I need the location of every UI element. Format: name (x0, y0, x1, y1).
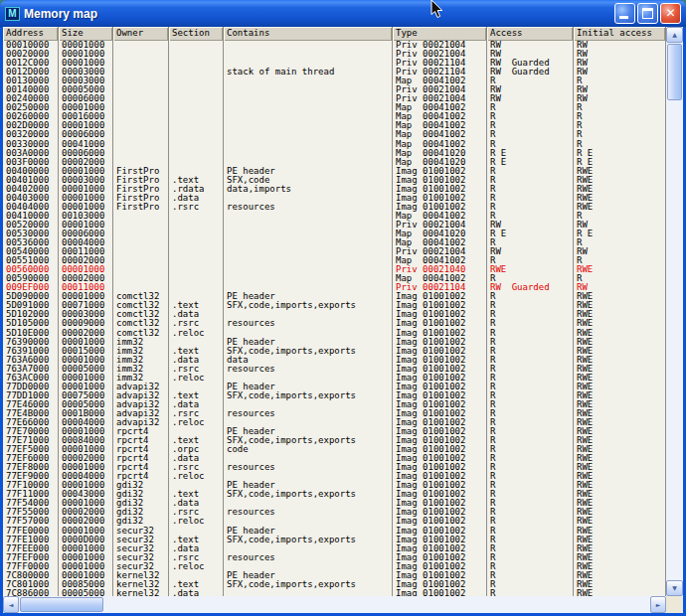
table-row[interactable]: 76390000 00001000 imm32 PE header Imag 0… (3, 338, 666, 347)
horizontal-scrollbar[interactable]: ◄ ► (3, 596, 666, 613)
table-row[interactable]: 77EF6000 00002000 rpcrt4 .data Imag 0100… (3, 454, 666, 463)
table-row[interactable]: 00520000 00001000 Priv 00021004 RW RW (3, 221, 666, 230)
scroll-right-button[interactable]: ► (650, 596, 666, 613)
table-row[interactable]: 5D091000 00071000 comctl32 .text SFX,cod… (3, 301, 666, 310)
column-header-contains[interactable]: Contains (224, 27, 393, 41)
table-row[interactable]: 00140000 00005000 Priv 00021004 RW RW (3, 85, 666, 94)
table-row[interactable]: 00401000 00003000 FirstPro .text SFX,cod… (3, 176, 666, 185)
vertical-scrollbar[interactable]: ▲ ▼ (666, 27, 683, 596)
table-row[interactable]: 5D102000 00003000 comctl32 .data Imag 01… (3, 310, 666, 319)
table-row[interactable]: 00536000 00004000 Map 00041002 R R (3, 238, 666, 247)
cell-owner: imm32 (113, 374, 169, 383)
table-row[interactable]: 7C801000 00085000 kernel32 .text SFX,cod… (3, 580, 666, 589)
table-row[interactable]: 00560000 00001000 Priv 00021040 RWE RWE (3, 265, 666, 274)
table-row[interactable]: 763A7000 00005000 imm32 .rsrc resources … (3, 365, 666, 374)
table-row[interactable]: 77E46000 00005000 advapi32 .data Imag 01… (3, 400, 666, 409)
table-row[interactable]: 00250000 00001000 Map 00041002 R R (3, 103, 666, 112)
table-row[interactable]: 003F0000 00002000 Map 00041020 R E R E (3, 158, 666, 167)
table-row[interactable]: 77F11000 00043000 gdi32 .text SFX,code,i… (3, 490, 666, 499)
table-row[interactable]: 77F10000 00001000 gdi32 PE header Imag 0… (3, 481, 666, 490)
table-row[interactable]: 77FE0000 00001000 secur32 PE header Imag… (3, 527, 666, 536)
table-row[interactable]: 002D0000 00001000 Map 00041002 R R (3, 121, 666, 130)
table-row[interactable]: 00400000 00001000 FirstPro PE header Ima… (3, 167, 666, 176)
table-row[interactable]: 763A6000 00001000 imm32 .data data Imag … (3, 356, 666, 365)
table-row[interactable]: 77E71000 00084000 rpcrt4 .text SFX,code,… (3, 436, 666, 445)
table-row[interactable]: 5D105000 00009000 comctl32 .rsrc resourc… (3, 319, 666, 328)
column-header-initial-access[interactable]: Initial access (574, 27, 666, 41)
cell-access: R (487, 329, 574, 338)
table-row[interactable]: 009EF000 00011000 Priv 00021104 RW Guard… (3, 283, 666, 292)
table-row[interactable]: 00410000 00103000 Map 00041002 R R (3, 212, 666, 221)
cell-type: Imag 01001002 (393, 508, 487, 517)
table-row[interactable]: 77FF0000 00001000 secur32 .reloc Imag 01… (3, 562, 666, 571)
table-row[interactable]: 7C886000 00005000 kernel32 .data Imag 01… (3, 589, 666, 596)
scroll-down-button[interactable]: ▼ (666, 580, 683, 596)
table-row[interactable]: 77F54000 00001000 gdi32 .data Imag 01001… (3, 499, 666, 508)
table-row[interactable]: 77E4B000 0001B000 advapi32 .rsrc resourc… (3, 409, 666, 418)
table-row[interactable]: 00403000 00001000 FirstPro .data Imag 01… (3, 194, 666, 203)
table-row[interactable]: 00130000 00003000 Map 00041002 R R (3, 77, 666, 85)
table-row[interactable]: 77F57000 00002000 gdi32 .reloc Imag 0100… (3, 517, 666, 526)
table-row[interactable]: 00020000 00001000 Priv 00021004 RW RW (3, 50, 666, 59)
cell-initial-access: R (574, 140, 666, 149)
maximize-button[interactable] (637, 3, 658, 24)
table-row[interactable]: 77EF5000 00001000 rpcrt4 .orpc code Imag… (3, 445, 666, 454)
cell-contains: resources (224, 463, 393, 472)
table-row[interactable]: 77FE1000 0000D000 secur32 .text SFX,code… (3, 536, 666, 544)
close-button[interactable]: ✕ (660, 3, 681, 24)
column-header-access[interactable]: Access (487, 27, 574, 41)
scroll-up-button[interactable]: ▲ (666, 27, 683, 43)
cell-address: 5D102000 (3, 310, 59, 319)
cell-initial-access: RW (574, 41, 666, 50)
table-row[interactable]: 0012D000 00003000 stack of main thread P… (3, 68, 666, 77)
scroll-left-button[interactable]: ◄ (3, 596, 19, 613)
table-row[interactable]: 77FEE000 00001000 secur32 .data Imag 010… (3, 544, 666, 553)
table-row[interactable]: 00404000 00001000 FirstPro .rsrc resourc… (3, 203, 666, 212)
horizontal-scroll-thumb[interactable] (20, 597, 103, 612)
table-row[interactable]: 0012C000 00001000 Priv 00021104 RW Guard… (3, 59, 666, 68)
column-header-address[interactable]: Address (3, 27, 59, 41)
cell-access: R (487, 356, 574, 365)
cell-owner: secur32 (113, 544, 169, 553)
table-row[interactable]: 00530000 00006000 Map 00041020 R E R E (3, 230, 666, 238)
column-header-type[interactable]: Type (393, 27, 487, 41)
cell-section: .data (169, 356, 224, 365)
cell-type: Imag 01001002 (393, 176, 487, 185)
cell-address: 77E71000 (3, 436, 59, 445)
table-row[interactable]: 00590000 00002000 Map 00041002 R R (3, 274, 666, 283)
table-row[interactable]: 7C800000 00001000 kernel32 PE header Ima… (3, 571, 666, 580)
vertical-scroll-track[interactable] (666, 43, 683, 580)
table-row[interactable]: 77DD0000 00001000 advapi32 PE header Ima… (3, 383, 666, 391)
table-row[interactable]: 00320000 00006000 Map 00041002 R R (3, 130, 666, 139)
titlebar[interactable]: M Memory map ✕ (0, 0, 686, 27)
table-row[interactable]: 00260000 00016000 Map 00041002 R R (3, 112, 666, 121)
column-header-section[interactable]: Section (169, 27, 224, 41)
minimize-button[interactable] (614, 3, 635, 24)
table-row[interactable]: 5D10E000 00002000 comctl32 .reloc Imag 0… (3, 329, 666, 338)
table-row[interactable]: 00240000 00006000 Priv 00021004 RW RW (3, 94, 666, 103)
cell-address: 00540000 (3, 247, 59, 256)
horizontal-scroll-track[interactable] (19, 596, 650, 613)
column-header-size[interactable]: Size (59, 27, 113, 41)
cell-owner: advapi32 (113, 383, 169, 391)
table-row[interactable]: 77DD1000 00075000 advapi32 .text SFX,cod… (3, 391, 666, 400)
table-row[interactable]: 77E70000 00001000 rpcrt4 PE header Imag … (3, 427, 666, 436)
cell-section (169, 230, 224, 238)
table-row[interactable]: 77EF8000 00001000 rpcrt4 .rsrc resources… (3, 463, 666, 472)
table-row[interactable]: 00402000 00001000 FirstPro .rdata data,i… (3, 185, 666, 194)
table-row[interactable]: 77EF9000 00004000 rpcrt4 .reloc Imag 010… (3, 472, 666, 481)
table-row[interactable]: 77F55000 00002000 gdi32 .rsrc resources … (3, 508, 666, 517)
table-row[interactable]: 76391000 00015000 imm32 .text SFX,code,i… (3, 347, 666, 356)
column-header-owner[interactable]: Owner (113, 27, 169, 41)
table-row[interactable]: 003A0000 00006000 Map 00041020 R E R E (3, 149, 666, 158)
table-row[interactable]: 00551000 00002000 Map 00041002 R R (3, 256, 666, 265)
table-row[interactable]: 00330000 00041000 Map 00041002 R R (3, 140, 666, 149)
table-row[interactable]: 5D090000 00001000 comctl32 PE header Ima… (3, 292, 666, 301)
table-row[interactable]: 763AC000 00001000 imm32 .reloc Imag 0100… (3, 374, 666, 383)
table-row[interactable]: 00010000 00001000 Priv 00021004 RW RW (3, 41, 666, 50)
cell-access: R (487, 383, 574, 391)
vertical-scroll-thumb[interactable] (667, 44, 682, 100)
table-row[interactable]: 77FEF000 00001000 secur32 .rsrc resource… (3, 553, 666, 562)
table-row[interactable]: 77E66000 00004000 advapi32 .reloc Imag 0… (3, 418, 666, 427)
table-row[interactable]: 00540000 00011000 Priv 00021004 RW RW (3, 247, 666, 256)
